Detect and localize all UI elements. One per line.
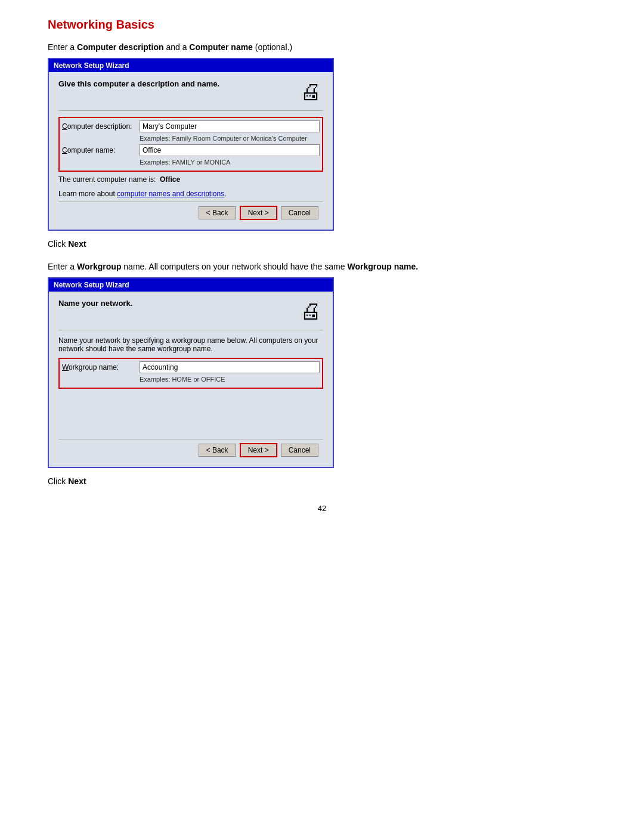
computer-description-input[interactable] — [140, 120, 320, 132]
form-highlight-box-1: Computer description: Examples: Family R… — [58, 117, 323, 172]
page-number: 42 — [48, 504, 596, 513]
wizard2-footer: < Back Next > Cancel — [58, 439, 323, 461]
network-icon-2: 🖨 — [298, 299, 323, 324]
wizard1-cancel-button[interactable]: Cancel — [281, 206, 318, 219]
computer-description-input-col — [140, 120, 320, 132]
wizard2-spacer — [58, 391, 323, 439]
click-next-1-bold: Next — [68, 239, 86, 249]
learn-more-section: Learn more about computer names and desc… — [58, 190, 323, 198]
workgroup-name-row: Workgroup name: — [62, 361, 320, 373]
wizard-titlebar-2: Network Setup Wizard — [49, 278, 333, 292]
current-computer-name-value: Office — [160, 175, 180, 184]
computer-name-hint: Examples: FAMILY or MONICA — [140, 159, 320, 166]
computer-name-label: Computer name: — [62, 144, 140, 154]
bold-computer-name: Computer name — [189, 42, 253, 52]
section1-instruction: Enter a Computer description and a Compu… — [48, 42, 596, 52]
workgroup-description-text: Name your network by specifying a workgr… — [58, 336, 323, 353]
workgroup-name-label: Workgroup name: — [62, 361, 140, 371]
computer-description-label: Computer description: — [62, 120, 140, 131]
wizard1-footer: < Back Next > Cancel — [58, 202, 323, 224]
wizard-window-1: Network Setup Wizard Give this computer … — [48, 58, 334, 231]
page-title: Networking Basics — [48, 18, 596, 32]
wizard1-next-button[interactable]: Next > — [240, 206, 277, 220]
workgroup-name-input-col — [140, 361, 320, 373]
bold-computer-description: Computer description — [77, 42, 163, 52]
computer-description-hint: Examples: Family Room Computer or Monica… — [140, 135, 320, 142]
wizard-window-2: Network Setup Wizard Name your network. … — [48, 277, 334, 468]
learn-more-link[interactable]: computer names and descriptions — [117, 190, 224, 198]
computer-name-input[interactable] — [140, 144, 320, 156]
click-next-1: Click Next — [48, 239, 596, 249]
wizard2-divider — [58, 330, 323, 330]
section2-instruction: Enter a Workgroup name. All computers on… — [48, 262, 596, 271]
bold-workgroup-name: Workgroup name. — [347, 262, 418, 271]
computer-description-row: Computer description: — [62, 120, 320, 132]
workgroup-name-hint: Examples: HOME or OFFICE — [140, 376, 320, 383]
click-next-2-bold: Next — [68, 476, 86, 486]
computer-name-row: Computer name: — [62, 144, 320, 156]
network-icon-1: 🖨 — [298, 79, 323, 104]
click-next-2: Click Next — [48, 476, 596, 486]
wizard-titlebar-1: Network Setup Wizard — [49, 59, 333, 72]
form-highlight-box-2: Workgroup name: Examples: HOME or OFFICE — [58, 358, 323, 389]
wizard2-header: Name your network. — [58, 299, 292, 308]
wizard2-next-button[interactable]: Next > — [240, 443, 277, 457]
current-computer-name-line: The current computer name is: Office — [58, 175, 323, 184]
bold-workgroup: Workgroup — [77, 262, 121, 271]
wizard1-header: Give this computer a description and nam… — [58, 79, 292, 88]
instruction-suffix: (optional.) — [255, 42, 292, 52]
wizard2-cancel-button[interactable]: Cancel — [281, 444, 318, 457]
wizard1-back-button[interactable]: < Back — [199, 206, 236, 219]
wizard2-back-button[interactable]: < Back — [199, 444, 236, 457]
wizard1-divider — [58, 110, 323, 111]
computer-name-input-col — [140, 144, 320, 156]
workgroup-name-input[interactable] — [140, 361, 320, 373]
